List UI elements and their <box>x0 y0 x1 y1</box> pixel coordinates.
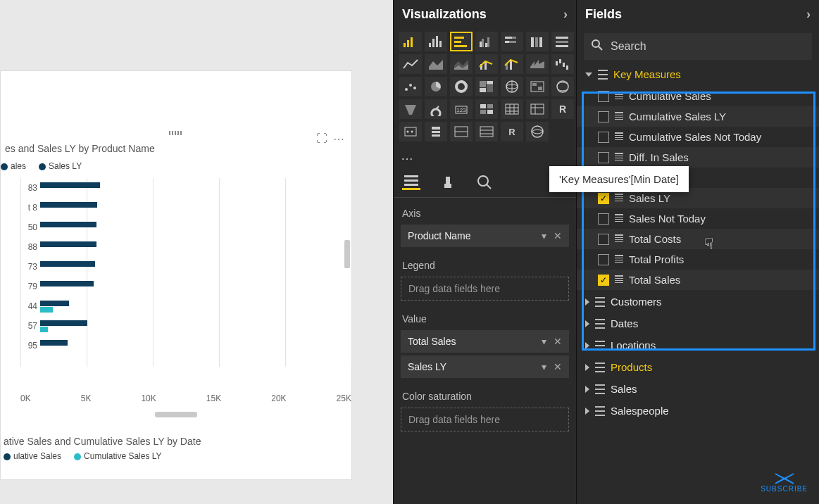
viz-type-icon[interactable] <box>425 122 447 141</box>
viz-type-icon[interactable] <box>450 32 473 51</box>
field-item[interactable]: Total Costs <box>577 229 819 249</box>
viz-type-icon[interactable] <box>526 32 549 51</box>
viz-type-icon[interactable] <box>475 99 498 119</box>
table-sales[interactable]: Sales <box>581 379 815 399</box>
viz-type-icon[interactable] <box>475 122 498 141</box>
field-item[interactable]: Total Profits <box>577 249 819 270</box>
collapse-pane-icon[interactable]: › <box>806 7 811 22</box>
focus-mode-icon[interactable]: ⛶ <box>316 132 327 146</box>
bar-row[interactable]: 44 <box>20 296 351 316</box>
svg-text:123: 123 <box>456 107 466 113</box>
value-field-slot[interactable]: Sales LY ▾✕ <box>401 355 569 378</box>
dropdown-icon[interactable]: ▾ <box>542 361 546 372</box>
viz-type-icon[interactable] <box>551 77 574 96</box>
legend-field-slot[interactable]: Drag data fields here <box>401 277 569 301</box>
viz-type-icon[interactable] <box>450 122 473 141</box>
viz-type-icon[interactable] <box>399 122 422 141</box>
viz-type-icon[interactable] <box>501 32 523 51</box>
chart-title: es and Sales LY by Product Name <box>1 134 351 158</box>
remove-field-icon[interactable]: ✕ <box>554 230 562 241</box>
field-checkbox[interactable] <box>598 254 609 265</box>
table-customers[interactable]: Customers <box>581 291 815 312</box>
more-options-icon[interactable]: ⋯ <box>333 132 344 146</box>
color-saturation-slot[interactable]: Drag data fields here <box>401 408 569 431</box>
field-checkbox[interactable]: ✓ <box>598 275 609 286</box>
bar-category-label: 79 <box>20 282 37 291</box>
viz-type-icon[interactable]: R <box>501 122 523 141</box>
field-checkbox[interactable]: ✓ <box>598 193 609 204</box>
bar-row[interactable]: 95 <box>20 336 351 355</box>
bar-row[interactable]: 83 <box>20 178 351 198</box>
viz-type-icon[interactable] <box>425 54 447 74</box>
more-visuals-icon[interactable]: … <box>394 144 576 168</box>
chart-visual[interactable]: ⛶ ⋯ es and Sales LY by Product Name ales… <box>0 70 352 480</box>
table-salespeople[interactable]: Salespeople <box>581 401 815 421</box>
viz-type-icon[interactable] <box>551 54 574 74</box>
bar-row[interactable]: 79 <box>20 277 351 296</box>
viz-type-icon[interactable] <box>526 122 549 141</box>
horizontal-scrollbar[interactable] <box>155 412 197 417</box>
fields-search[interactable]: Search <box>584 33 812 60</box>
viz-type-icon[interactable] <box>399 54 422 74</box>
field-checkbox[interactable] <box>598 152 609 163</box>
field-checkbox[interactable] <box>598 213 609 225</box>
field-item[interactable]: Cumulative Sales Not Today <box>577 127 819 147</box>
measure-icon <box>615 234 623 244</box>
viz-type-icon[interactable]: R <box>551 99 574 119</box>
viz-type-icon[interactable]: 123 <box>450 99 473 119</box>
viz-type-icon[interactable] <box>399 77 422 96</box>
viz-type-icon[interactable] <box>475 32 498 51</box>
field-item[interactable]: ✓Total Sales <box>577 270 819 290</box>
viz-type-icon[interactable] <box>551 32 574 51</box>
dropdown-icon[interactable]: ▾ <box>542 336 546 347</box>
table-dates[interactable]: Dates <box>581 313 815 334</box>
viz-type-icon[interactable] <box>425 99 447 119</box>
viz-type-icon[interactable] <box>399 99 422 119</box>
bar-chart[interactable]: 83t 850887379445795 <box>1 178 351 389</box>
analytics-tab[interactable] <box>475 175 494 190</box>
field-item[interactable]: Sales Not Today <box>577 208 819 229</box>
viz-type-icon[interactable] <box>526 99 549 119</box>
bar-row[interactable]: 73 <box>20 257 351 277</box>
field-checkbox[interactable] <box>598 111 609 122</box>
svg-point-41 <box>409 84 412 87</box>
collapse-pane-icon[interactable]: › <box>563 7 568 22</box>
bar-row[interactable]: 50 <box>20 218 351 237</box>
cursor-icon: ☟ <box>704 235 713 253</box>
viz-type-icon[interactable] <box>501 77 523 96</box>
axis-field-slot[interactable]: Product Name ▾✕ <box>401 225 569 247</box>
viz-type-icon[interactable] <box>425 32 447 51</box>
vertical-scrollbar[interactable] <box>344 240 350 268</box>
viz-type-icon[interactable] <box>526 54 549 74</box>
viz-type-icon[interactable] <box>399 32 422 51</box>
table-key-measures[interactable]: Key Measures <box>581 64 815 84</box>
field-checkbox[interactable] <box>598 91 609 102</box>
viz-type-icon[interactable] <box>425 77 447 96</box>
svg-rect-22 <box>531 37 534 47</box>
value-field-slot[interactable]: Total Sales ▾✕ <box>401 330 569 353</box>
remove-field-icon[interactable]: ✕ <box>554 361 562 372</box>
bar-row[interactable]: t 8 <box>20 198 351 218</box>
format-tab[interactable] <box>439 175 457 190</box>
bar-row[interactable]: 88 <box>20 237 351 257</box>
field-checkbox[interactable] <box>598 234 609 245</box>
fields-tab[interactable] <box>402 175 420 190</box>
dropdown-icon[interactable]: ▾ <box>542 230 546 241</box>
viz-type-icon[interactable] <box>450 54 473 74</box>
remove-field-icon[interactable]: ✕ <box>554 336 562 347</box>
table-locations[interactable]: Locations <box>581 335 815 355</box>
field-item[interactable]: Diff. In Sales <box>577 147 819 168</box>
viz-type-icon[interactable] <box>475 77 498 96</box>
viz-type-icon[interactable] <box>450 77 473 96</box>
field-item[interactable]: Cumulative Sales <box>577 86 819 106</box>
table-products[interactable]: Products <box>581 357 815 377</box>
fields-title: Fields <box>585 7 622 22</box>
drag-grip-icon[interactable] <box>169 131 183 135</box>
viz-type-icon[interactable] <box>475 54 498 74</box>
viz-type-icon[interactable] <box>501 99 523 119</box>
field-item[interactable]: Cumulative Sales LY <box>577 106 819 127</box>
bar-row[interactable]: 57 <box>20 316 351 336</box>
field-checkbox[interactable] <box>598 132 609 143</box>
viz-type-icon[interactable] <box>501 54 523 74</box>
viz-type-icon[interactable] <box>526 77 549 96</box>
